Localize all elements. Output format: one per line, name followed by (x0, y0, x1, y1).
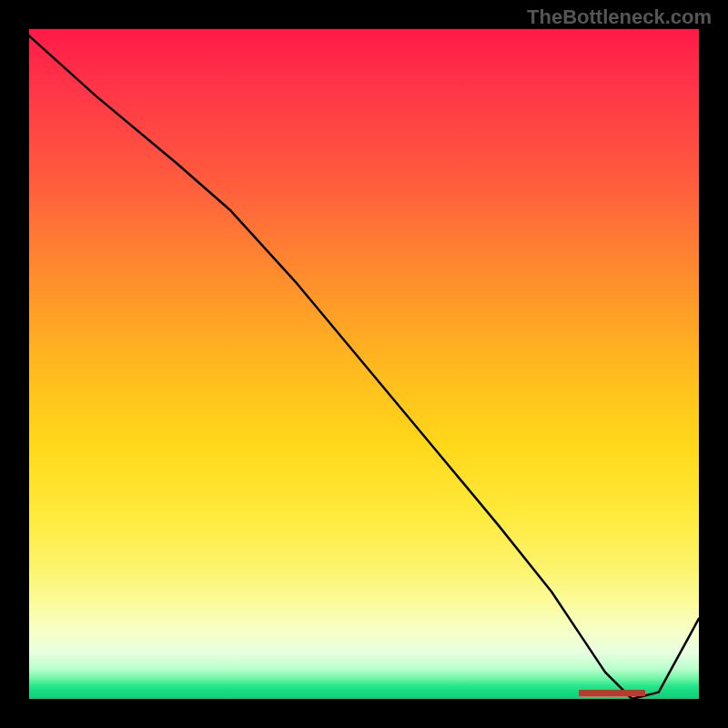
chart-frame: TheBottleneck.com (0, 0, 728, 728)
optimal-range-marker (579, 690, 646, 696)
plot-area (29, 29, 699, 699)
bottleneck-curve (29, 29, 699, 699)
watermark-text: TheBottleneck.com (527, 5, 712, 29)
